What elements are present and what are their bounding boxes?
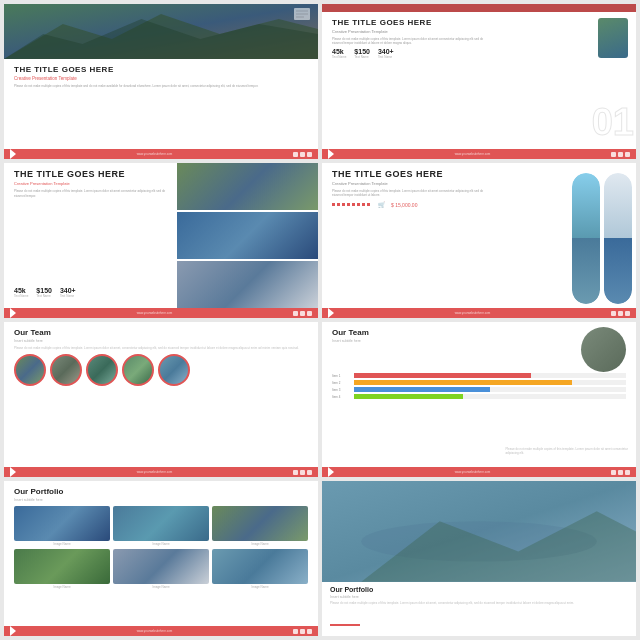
slide-4-footer: www.yourwebsitehere.com: [322, 308, 636, 318]
slide-2-stats: 45k Text Name $150 Text Name 340+ Text N…: [332, 48, 626, 59]
slide-8-hero-image: [322, 481, 636, 582]
stat-label: Text Name: [36, 294, 52, 298]
stat-2-value: $150: [354, 48, 370, 55]
social-icon-2: [618, 152, 623, 157]
slide-4: THE TITLE GOES HERE Creative Presentatio…: [322, 163, 636, 318]
portfolio-item-1: Image Name: [14, 506, 110, 546]
social-icon-3: [625, 470, 630, 475]
footer-arrow-icon: [328, 467, 334, 477]
slide-7: Our Portfolio Insert subtitle here Image…: [4, 481, 318, 636]
portfolio-label-6: Image Name: [212, 585, 308, 589]
stat-1-label: Text Name: [332, 55, 346, 59]
slide-6-title: Our Team: [332, 328, 626, 337]
portfolio-img-4: [14, 549, 110, 584]
social-icon-1: [293, 470, 298, 475]
portfolio-label-4: Image Name: [14, 585, 110, 589]
capsule-2: [604, 173, 632, 304]
capsule-2-top: [604, 173, 632, 238]
slide-3-subtitle: Creative Presentation Template: [14, 181, 176, 186]
slide-8-body: Please do not make multiple copies of th…: [330, 601, 628, 605]
team-member-2: [50, 354, 82, 386]
stat-3: 340+ Text Name: [60, 287, 76, 298]
bar-label-2: Item 2: [332, 381, 352, 385]
social-icon-1: [611, 152, 616, 157]
social-icon-3: [307, 152, 312, 157]
slide-2: THE TITLE GOES HERE Creative Presentatio…: [322, 4, 636, 159]
slide-5-body: Please do not make multiple copies of th…: [14, 346, 308, 350]
social-icon-2: [300, 311, 305, 316]
stat-3-label: Text Name: [378, 55, 394, 59]
bar-row-3: Item 3: [332, 387, 626, 392]
stat-2: $150 Text Name: [354, 48, 370, 59]
bar-track-1: [354, 373, 626, 378]
stat-label: Text Name: [14, 294, 28, 298]
stat-3-value: 340+: [378, 48, 394, 55]
bar-fill-3: [354, 387, 490, 392]
slide-8-sub: Insert subtitle here: [330, 595, 628, 599]
social-icon-2: [300, 470, 305, 475]
footer-url: www.yourwebsitehere.com: [137, 311, 173, 315]
footer-url: www.yourwebsitehere.com: [455, 470, 491, 474]
price-bar-decoration: [332, 203, 372, 206]
slide-4-body: Please do not make multiple copies of th…: [332, 189, 494, 197]
social-icon-3: [625, 152, 630, 157]
portfolio-label-1: Image Name: [14, 542, 110, 546]
portfolio-item-2: Image Name: [113, 506, 209, 546]
slide-5-sub: Insert subtitle here: [14, 339, 308, 343]
slide-7-content: Our Portfolio Insert subtitle here Image…: [4, 481, 318, 626]
bar-row-1: Item 1: [332, 373, 626, 378]
slide-3: THE TITLE GOES HERE Creative Presentatio…: [4, 163, 318, 318]
social-icon-2: [300, 152, 305, 157]
portfolio-img-6: [212, 549, 308, 584]
slide-1-footer: www.yourwebsitehere.com: [4, 149, 318, 159]
footer-social-icons: [293, 311, 312, 316]
slide-6-footer: www.yourwebsitehere.com: [322, 467, 636, 477]
slide-2-image: [598, 18, 628, 58]
price-tag: $ 15,000.00: [391, 202, 417, 208]
bar-row-2: Item 2: [332, 380, 626, 385]
social-icon-3: [625, 311, 630, 316]
bar-fill-1: [354, 373, 531, 378]
stat-label: Text Name: [60, 294, 76, 298]
slide-2-content: THE TITLE GOES HERE Creative Presentatio…: [322, 12, 636, 149]
portfolio-label-5: Image Name: [113, 585, 209, 589]
footer-arrow-icon: [10, 626, 16, 636]
slide-6: Our Team Insert subtitle here Item 1 Ite…: [322, 322, 636, 477]
portfolio-grid: Image Name Image Name Image Name Image N…: [14, 506, 308, 589]
footer-social-icons: [611, 470, 630, 475]
capsule-1: [572, 173, 600, 304]
cart-icon: 🛒: [378, 201, 385, 208]
team-member-4: [122, 354, 154, 386]
stat-val: 45k: [14, 287, 28, 294]
slide-3-body: Please do not make multiple copies of th…: [14, 189, 176, 198]
social-icon-1: [611, 311, 616, 316]
social-icon-3: [307, 629, 312, 634]
slide-2-footer: www.yourwebsitehere.com: [322, 149, 636, 159]
slide-6-team-photo: [581, 327, 626, 372]
team-member-5: [158, 354, 190, 386]
slide-3-content: THE TITLE GOES HERE Creative Presentatio…: [4, 163, 318, 308]
bar-track-2: [354, 380, 626, 385]
slide-7-title: Our Portfolio: [14, 487, 308, 496]
capsule-1-top: [572, 173, 600, 238]
footer-url: www.yourwebsitehere.com: [137, 629, 173, 633]
stat-3: 340+ Text Name: [378, 48, 394, 59]
slide-3-title: THE TITLE GOES HERE: [14, 169, 176, 179]
footer-arrow-icon: [10, 467, 16, 477]
footer-url: www.yourwebsitehere.com: [137, 470, 173, 474]
team-member-3: [86, 354, 118, 386]
slide-3-right-images: [177, 163, 318, 308]
slide-6-content: Our Team Insert subtitle here Item 1 Ite…: [322, 322, 636, 467]
portfolio-img-2: [113, 506, 209, 541]
slide-8-title: Our Portfolio: [330, 586, 628, 593]
slide-4-capsules: [572, 173, 632, 304]
team-member-1: [14, 354, 46, 386]
slide-5-footer: www.yourwebsitehere.com: [4, 467, 318, 477]
footer-arrow-icon: [10, 308, 16, 318]
capsule-2-bottom: [604, 238, 632, 303]
footer-url: www.yourwebsitehere.com: [455, 311, 491, 315]
slide-3-footer: www.yourwebsitehere.com: [4, 308, 318, 318]
stat-1: 45k Text Name: [14, 287, 28, 298]
bar-fill-2: [354, 380, 572, 385]
slide-1-title: THE TITLE GOES HERE: [14, 65, 308, 74]
